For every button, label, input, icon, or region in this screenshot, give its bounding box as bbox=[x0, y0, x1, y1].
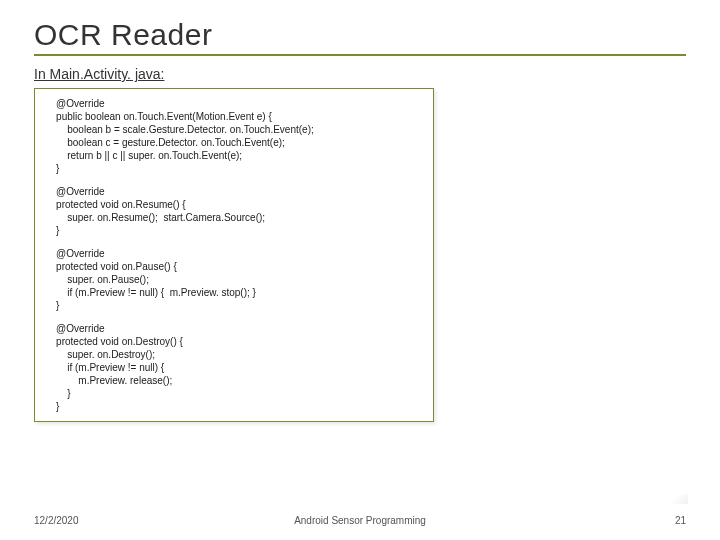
code-block: @Override protected void on.Destroy() { … bbox=[45, 322, 423, 413]
code-block: @Override protected void on.Resume() { s… bbox=[45, 185, 423, 237]
slide-title: OCR Reader bbox=[34, 18, 686, 52]
footer-center: Android Sensor Programming bbox=[294, 515, 426, 526]
code-block: @Override public boolean on.Touch.Event(… bbox=[45, 97, 423, 175]
footer: 12/2/2020 Android Sensor Programming 21 bbox=[34, 515, 686, 526]
title-underline bbox=[34, 54, 686, 56]
footer-date: 12/2/2020 bbox=[34, 515, 79, 526]
corner-shadow bbox=[660, 494, 688, 504]
code-block: @Override protected void on.Pause() { su… bbox=[45, 247, 423, 312]
footer-page: 21 bbox=[675, 515, 686, 526]
code-box: @Override public boolean on.Touch.Event(… bbox=[34, 88, 434, 422]
subtitle: In Main.Activity. java: bbox=[34, 66, 686, 82]
slide: OCR Reader In Main.Activity. java: @Over… bbox=[0, 0, 720, 540]
